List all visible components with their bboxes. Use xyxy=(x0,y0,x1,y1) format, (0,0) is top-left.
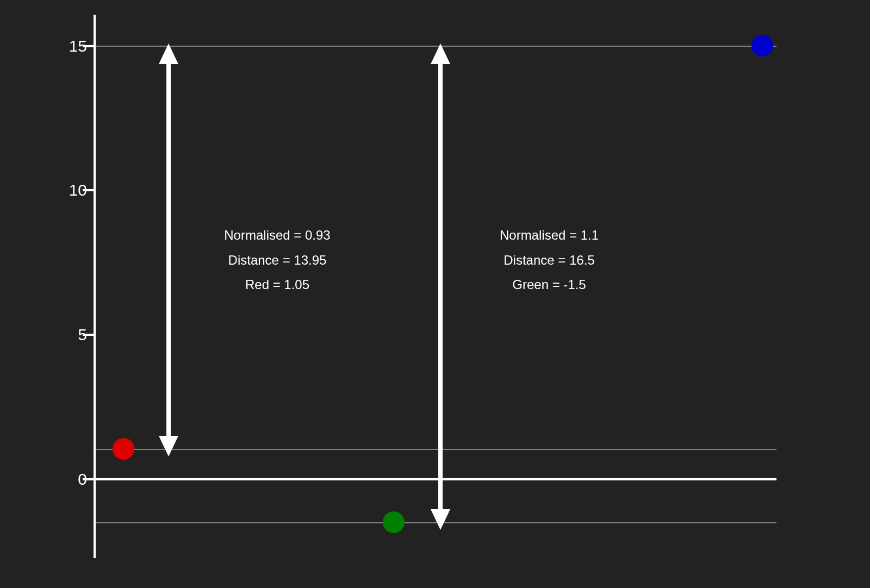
svg-marker-4 xyxy=(431,43,450,64)
y-tick-label-10: 10 xyxy=(11,181,87,199)
svg-marker-2 xyxy=(159,436,178,456)
annotation-green-normalised: Normalised = 1.1 xyxy=(478,223,620,248)
y-tick-label-15: 15 xyxy=(11,37,87,55)
svg-marker-5 xyxy=(431,509,450,530)
y-axis xyxy=(94,15,96,558)
annotation-green-value: Green = -1.5 xyxy=(478,272,620,297)
arrow-red-to-blue xyxy=(152,43,185,456)
y-tick-label-5: 5 xyxy=(11,326,87,344)
annotation-red-normalised: Normalised = 0.93 xyxy=(207,223,348,248)
annotation-red-value: Red = 1.05 xyxy=(207,272,348,297)
annotation-green-distance: Distance = 16.5 xyxy=(478,248,620,273)
annotation-red: Normalised = 0.93 Distance = 13.95 Red =… xyxy=(207,223,348,297)
red-dot xyxy=(113,438,134,460)
annotation-green: Normalised = 1.1 Distance = 16.5 Green =… xyxy=(478,223,620,297)
annotation-red-distance: Distance = 13.95 xyxy=(207,248,348,273)
y-tick-label-0: 0 xyxy=(11,470,87,489)
arrow-green-to-blue xyxy=(424,43,457,530)
chart: 0 5 10 15 Normalised = 0.93 Distance = 1… xyxy=(0,0,870,588)
svg-marker-1 xyxy=(159,43,178,64)
green-dot xyxy=(383,511,405,533)
blue-dot xyxy=(751,35,773,57)
